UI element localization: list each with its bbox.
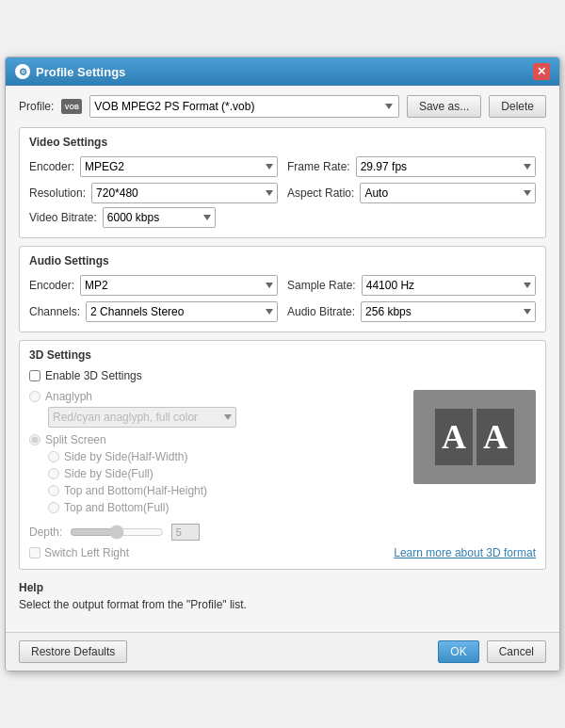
3d-preview: A A (413, 390, 536, 484)
profile-label: Profile: (19, 100, 54, 113)
channels-select[interactable]: 2 Channels Stereo (86, 301, 278, 322)
encoder-label: Encoder: (29, 160, 74, 173)
window-footer: Restore Defaults OK Cancel (6, 632, 559, 671)
audio-settings-title: Audio Settings (29, 254, 536, 267)
help-section: Help Select the output format from the "… (19, 577, 546, 615)
enable-3d-checkbox[interactable] (29, 370, 40, 381)
sample-rate-label: Sample Rate: (287, 279, 356, 292)
close-button[interactable]: ✕ (533, 63, 550, 80)
preview-letter-left: A (435, 409, 473, 465)
switch-left-right-checkbox[interactable] (29, 547, 40, 558)
3d-main-content: Anaglyph Red/cyan anaglyph, full color S… (29, 390, 536, 518)
audio-settings-grid: Encoder: MP2 Sample Rate: 44100 Hz Chann… (29, 275, 536, 322)
restore-defaults-button[interactable]: Restore Defaults (19, 640, 127, 663)
encoder-row: Encoder: MPEG2 (29, 156, 278, 177)
depth-spinner[interactable] (171, 524, 200, 541)
anaglyph-label[interactable]: Anaglyph (45, 390, 92, 403)
depth-row: Depth: (29, 524, 536, 541)
top-bottom-full-row: Top and Bottom(Full) (29, 501, 404, 514)
channels-label: Channels: (29, 305, 80, 318)
resolution-label: Resolution: (29, 186, 86, 200)
save-as-button[interactable]: Save as... (407, 95, 481, 118)
frame-rate-label: Frame Rate: (287, 160, 350, 173)
aspect-ratio-label: Aspect Ratio: (287, 186, 354, 200)
encoder-select[interactable]: MPEG2 (80, 156, 278, 177)
split-screen-row: Split Screen (29, 433, 404, 446)
title-bar: ⚙ Profile Settings ✕ (6, 57, 559, 86)
resolution-row: Resolution: 720*480 (29, 183, 278, 203)
window-body: Profile: VOB VOB MPEG2 PS Format (*.vob)… (6, 86, 559, 632)
preview-aa-container: A A (426, 399, 524, 475)
3d-settings-section: 3D Settings Enable 3D Settings Anaglyph … (19, 340, 546, 570)
side-by-side-full-radio[interactable] (48, 468, 59, 479)
top-bottom-full-radio[interactable] (48, 502, 59, 513)
profile-format-icon: VOB (61, 99, 82, 114)
audio-settings-section: Audio Settings Encoder: MP2 Sample Rate:… (19, 246, 546, 332)
audio-bitrate-label: Audio Bitrate: (287, 305, 355, 318)
anaglyph-radio[interactable] (29, 391, 40, 402)
delete-button[interactable]: Delete (489, 95, 546, 118)
resolution-select[interactable]: 720*480 (91, 183, 278, 203)
frame-rate-select[interactable]: 29.97 fps (356, 156, 536, 177)
video-settings-grid: Encoder: MPEG2 Frame Rate: 29.97 fps Res… (29, 156, 536, 203)
audio-encoder-select[interactable]: MP2 (80, 275, 278, 296)
switch-learn-row: Switch Left Right Learn more about 3D fo… (29, 546, 536, 559)
profile-row: Profile: VOB VOB MPEG2 PS Format (*.vob)… (19, 95, 546, 118)
anaglyph-type-select[interactable]: Red/cyan anaglyph, full color (48, 407, 236, 428)
help-title: Help (19, 581, 546, 594)
top-bottom-full-label[interactable]: Top and Bottom(Full) (64, 501, 169, 514)
audio-bitrate-row: Audio Bitrate: 256 kbps (287, 301, 536, 322)
side-by-side-half-radio[interactable] (48, 451, 59, 462)
depth-slider[interactable] (70, 525, 164, 540)
audio-encoder-row: Encoder: MP2 (29, 275, 278, 296)
help-text: Select the output format from the "Profi… (19, 598, 546, 611)
video-bitrate-label: Video Bitrate: (29, 211, 97, 224)
profile-select[interactable]: VOB MPEG2 PS Format (*.vob) (89, 95, 399, 118)
switch-left-right-label: Switch Left Right (44, 546, 129, 559)
cancel-button[interactable]: Cancel (487, 640, 546, 663)
window-title: Profile Settings (36, 65, 533, 79)
audio-encoder-label: Encoder: (29, 279, 74, 292)
anaglyph-row: Anaglyph (29, 390, 404, 403)
side-by-side-full-row: Side by Side(Full) (29, 467, 404, 480)
video-settings-title: Video Settings (29, 136, 536, 149)
ok-button[interactable]: OK (438, 640, 478, 663)
3d-options: Anaglyph Red/cyan anaglyph, full color S… (29, 390, 404, 518)
aspect-ratio-row: Aspect Ratio: Auto (287, 183, 536, 203)
split-screen-radio[interactable] (29, 434, 40, 445)
switch-left-right-row: Switch Left Right (29, 546, 129, 559)
side-by-side-half-label[interactable]: Side by Side(Half-Width) (64, 450, 187, 463)
3d-settings-title: 3D Settings (29, 348, 536, 362)
sample-rate-select[interactable]: 44100 Hz (362, 275, 536, 296)
enable-3d-label[interactable]: Enable 3D Settings (45, 369, 142, 382)
side-by-side-full-label[interactable]: Side by Side(Full) (64, 467, 153, 480)
profile-settings-window: ⚙ Profile Settings ✕ Profile: VOB VOB MP… (5, 57, 560, 671)
frame-rate-row: Frame Rate: 29.97 fps (287, 156, 536, 177)
top-bottom-half-row: Top and Bottom(Half-Height) (29, 484, 404, 497)
preview-letter-right: A (476, 409, 514, 465)
side-by-side-half-row: Side by Side(Half-Width) (29, 450, 404, 463)
top-bottom-half-radio[interactable] (48, 485, 59, 496)
window-icon: ⚙ (15, 64, 30, 79)
video-settings-section: Video Settings Encoder: MPEG2 Frame Rate… (19, 127, 546, 238)
split-screen-label[interactable]: Split Screen (45, 433, 106, 446)
audio-bitrate-select[interactable]: 256 kbps (361, 301, 536, 322)
sample-rate-row: Sample Rate: 44100 Hz (287, 275, 536, 296)
video-bitrate-select[interactable]: 6000 kbps (103, 207, 216, 228)
top-bottom-half-label[interactable]: Top and Bottom(Half-Height) (64, 484, 207, 497)
enable-3d-row: Enable 3D Settings (29, 369, 536, 382)
footer-right: OK Cancel (438, 640, 546, 663)
learn-more-link[interactable]: Learn more about 3D format (394, 546, 536, 559)
depth-label: Depth: (29, 526, 62, 539)
video-bitrate-row: Video Bitrate: 6000 kbps (29, 207, 536, 228)
channels-row: Channels: 2 Channels Stereo (29, 301, 278, 322)
aspect-ratio-select[interactable]: Auto (360, 183, 536, 203)
